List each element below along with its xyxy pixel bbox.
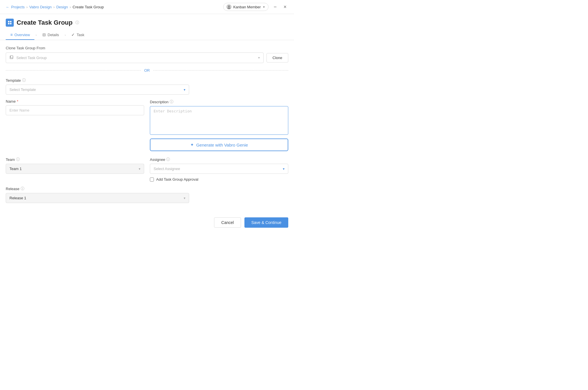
generate-genie-button[interactable]: ✦ Generate with Vabro Genie <box>150 139 288 151</box>
assignee-dropdown-icon: ▾ <box>283 167 285 171</box>
user-dropdown-icon: ▼ <box>262 5 265 9</box>
clone-select-placeholder: Select Task Group <box>16 56 256 60</box>
svg-point-0 <box>228 5 230 7</box>
tab-details[interactable]: ⊟ Details <box>38 30 64 40</box>
name-input[interactable] <box>6 105 144 115</box>
template-dropdown-icon: ▾ <box>184 88 185 92</box>
breadcrumb-sep3: › <box>70 5 71 9</box>
user-label: Kanban Member <box>233 5 261 9</box>
clone-select-icon <box>9 55 14 61</box>
tab-details-label: Details <box>48 33 59 37</box>
form-content: Clone Task Group From Select Task Group … <box>0 40 294 209</box>
description-textarea[interactable] <box>150 106 288 135</box>
clone-task-group-select[interactable]: Select Task Group ▾ <box>6 52 264 63</box>
assignee-info-icon[interactable]: ⓘ <box>166 157 170 162</box>
details-tab-icon: ⊟ <box>42 32 46 37</box>
svg-rect-4 <box>8 23 9 24</box>
template-placeholder: Select Template <box>9 87 184 92</box>
description-section: Description ⓘ ✦ Generate with Vabro Geni… <box>150 99 288 151</box>
page-title: Create Task Group <box>17 19 72 26</box>
description-label: Description ⓘ <box>150 99 288 104</box>
clone-button[interactable]: Clone <box>266 53 288 63</box>
tabs: ≡ Overview › ⊟ Details › ✓ Task <box>0 27 294 40</box>
page-icon <box>6 19 14 27</box>
svg-rect-2 <box>8 21 9 22</box>
tab-overview[interactable]: ≡ Overview <box>6 30 34 40</box>
team-assignee-row: Team ⓘ Team 1 ▾ Assignee ⓘ Select Assign… <box>6 157 288 182</box>
generate-button-label: Generate with Vabro Genie <box>196 143 248 147</box>
breadcrumb: ← Projects › Vabro Design › Design › Cre… <box>6 5 104 9</box>
name-section: Name * <box>6 99 144 151</box>
breadcrumb-sep1: › <box>26 5 28 9</box>
approval-checkbox-row: Add Task Group Approval <box>150 177 288 182</box>
release-value: Release 1 <box>9 196 184 200</box>
team-info-icon[interactable]: ⓘ <box>16 157 20 162</box>
svg-rect-5 <box>10 23 11 24</box>
assignee-select[interactable]: Select Assignee ▾ <box>150 164 288 174</box>
cancel-button[interactable]: Cancel <box>214 217 241 228</box>
close-button[interactable]: × <box>282 3 288 11</box>
breadcrumb-vabro-design[interactable]: Vabro Design <box>29 5 52 9</box>
overview-tab-icon: ≡ <box>10 32 13 37</box>
tab-sep1: › <box>36 33 37 37</box>
svg-point-1 <box>228 7 230 9</box>
tab-sep2: › <box>65 33 66 37</box>
clone-row: Select Task Group ▾ Clone <box>6 52 288 63</box>
breadcrumb-sep2: › <box>53 5 54 9</box>
release-info-icon[interactable]: ⓘ <box>21 186 24 191</box>
template-select[interactable]: Select Template ▾ <box>6 85 189 95</box>
wand-icon: ✦ <box>190 142 194 147</box>
tab-overview-label: Overview <box>14 33 30 37</box>
back-arrow-icon[interactable]: ← <box>6 5 9 9</box>
name-label: Name * <box>6 99 144 104</box>
breadcrumb-current: Create Task Group <box>72 5 104 9</box>
assignee-label: Assignee ⓘ <box>150 157 288 162</box>
template-section: Template ⓘ Select Template ▾ <box>6 78 189 95</box>
task-tab-icon: ✓ <box>71 32 75 37</box>
approval-checkbox[interactable] <box>150 178 154 182</box>
save-continue-button[interactable]: Save & Continue <box>244 217 288 228</box>
header-right: Kanban Member ▼ − × <box>223 3 288 11</box>
template-label: Template ⓘ <box>6 78 189 83</box>
user-badge[interactable]: Kanban Member ▼ <box>223 3 268 11</box>
team-label: Team ⓘ <box>6 157 144 162</box>
team-section: Team ⓘ Team 1 ▾ <box>6 157 144 182</box>
tab-task[interactable]: ✓ Task <box>67 30 89 40</box>
or-line-left <box>6 70 141 71</box>
breadcrumb-projects[interactable]: Projects <box>11 5 25 9</box>
team-value: Team 1 <box>9 167 139 171</box>
release-section: Release ⓘ Release 1 ▾ <box>6 186 189 203</box>
clone-select-arrow-icon: ▾ <box>258 56 260 60</box>
clone-section: Clone Task Group From Select Task Group … <box>6 46 288 63</box>
page-title-info-icon[interactable]: ⓘ <box>75 20 79 25</box>
minimize-button[interactable]: − <box>272 3 279 11</box>
approval-checkbox-label[interactable]: Add Task Group Approval <box>156 177 198 182</box>
footer-buttons: Cancel Save & Continue <box>0 212 294 233</box>
team-dropdown-icon: ▾ <box>139 167 140 171</box>
template-info-icon[interactable]: ⓘ <box>22 78 26 83</box>
tab-task-label: Task <box>77 33 84 37</box>
description-info-icon[interactable]: ⓘ <box>170 99 173 104</box>
svg-rect-7 <box>11 56 13 58</box>
page-title-row: Create Task Group ⓘ <box>0 14 294 27</box>
name-required-indicator: * <box>17 99 18 104</box>
or-line-right <box>153 70 288 71</box>
name-description-row: Name * Description ⓘ ✦ Generate with Vab… <box>6 99 288 151</box>
or-divider: OR <box>6 68 288 73</box>
team-select[interactable]: Team 1 ▾ <box>6 164 144 174</box>
assignee-section: Assignee ⓘ Select Assignee ▾ Add Task Gr… <box>150 157 288 182</box>
release-select[interactable]: Release 1 ▾ <box>6 193 189 203</box>
release-label: Release ⓘ <box>6 186 189 191</box>
user-avatar-icon <box>226 4 232 9</box>
clone-section-label: Clone Task Group From <box>6 46 288 50</box>
breadcrumb-design[interactable]: Design <box>56 5 68 9</box>
assignee-placeholder: Select Assignee <box>154 167 283 171</box>
or-text: OR <box>144 68 150 73</box>
release-dropdown-icon: ▾ <box>184 196 185 200</box>
svg-rect-3 <box>10 21 11 22</box>
header: ← Projects › Vabro Design › Design › Cre… <box>0 0 294 14</box>
